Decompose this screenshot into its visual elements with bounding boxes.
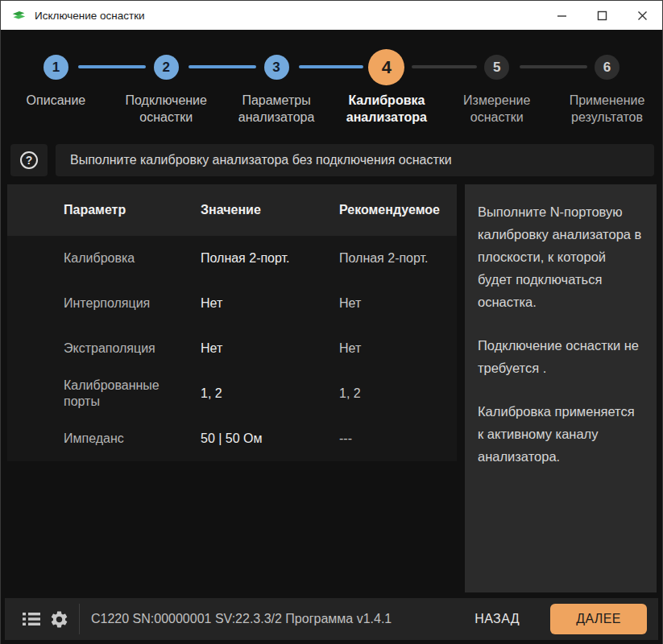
param-value: Полная 2-порт. xyxy=(201,251,339,266)
step-4-analyzer-calibration[interactable]: 4 Калибровка анализатора xyxy=(331,30,441,138)
step-5-label: Измерение оснастки xyxy=(445,92,549,126)
step-3-analyzer-parameters[interactable]: 3 Параметры анализатора xyxy=(222,30,332,138)
table-header-row: Параметр Значение Рекомендуемое xyxy=(7,184,457,236)
param-name: Калиброванные порты xyxy=(64,378,201,410)
window-title: Исключение оснастки xyxy=(35,10,145,22)
wizard-stepper: 1 Описание 2 Подключение оснастки 3 Пара… xyxy=(1,30,662,138)
next-button[interactable]: ДАЛЕЕ xyxy=(550,604,647,634)
header-recommended: Рекомендуемое xyxy=(339,203,457,217)
content-area: 1 Описание 2 Подключение оснастки 3 Пара… xyxy=(1,30,662,644)
app-logo-icon xyxy=(9,6,28,25)
step-2-indicator[interactable]: 2 xyxy=(154,55,179,80)
header-parameter: Параметр xyxy=(64,203,201,217)
param-value: 1, 2 xyxy=(201,386,339,401)
list-button[interactable] xyxy=(18,605,45,633)
close-button[interactable] xyxy=(622,1,662,30)
param-name: Экстраполяция xyxy=(64,341,201,357)
footer-bar: C1220 SN:00000001 SV:22.3.3/2 Программа … xyxy=(5,598,658,640)
step-5-indicator[interactable]: 5 xyxy=(484,55,509,80)
param-name: Импеданс xyxy=(64,431,201,447)
parameters-table: Параметр Значение Рекомендуемое Калибров… xyxy=(7,184,457,461)
step-6-apply-results[interactable]: 6 Применение результатов xyxy=(552,30,662,138)
maximize-button[interactable] xyxy=(582,1,622,30)
step-3-indicator[interactable]: 3 xyxy=(264,55,289,80)
question-icon: ? xyxy=(20,151,38,169)
info-panel: Выполните N-портовую калибровку анализат… xyxy=(465,184,657,592)
step-1-label: Описание xyxy=(27,92,86,109)
step-3-label: Параметры анализатора xyxy=(224,92,329,126)
param-recommended: 1, 2 xyxy=(339,386,457,401)
back-button[interactable]: НАЗАД xyxy=(463,604,531,634)
table-row-impedance: Импеданс 50 | 50 Ом --- xyxy=(7,416,457,461)
table-row-calibrated-ports: Калиброванные порты 1, 2 1, 2 xyxy=(7,371,457,416)
table-row-interpolation: Интерполяция Нет Нет xyxy=(7,281,457,326)
help-button[interactable]: ? xyxy=(10,144,48,176)
param-name: Интерполяция xyxy=(64,295,201,312)
gear-icon xyxy=(49,609,69,630)
help-row: ? Выполните калибровку анализатора без п… xyxy=(10,144,654,176)
param-name: Калибровка xyxy=(64,250,201,266)
app-window: Исключение оснастки 1 Описание xyxy=(0,0,663,644)
info-paragraph-3: Калибровка применяется к активному канал… xyxy=(478,400,644,468)
param-recommended: --- xyxy=(339,431,457,446)
step-6-label: Применение результатов xyxy=(555,92,660,126)
step-1-description[interactable]: 1 Описание xyxy=(1,30,111,138)
step-2-fixture-connection[interactable]: 2 Подключение оснастки xyxy=(111,30,222,138)
settings-button[interactable] xyxy=(45,605,73,633)
param-recommended: Нет xyxy=(339,341,457,356)
step-6-indicator[interactable]: 6 xyxy=(595,55,619,80)
header-value: Значение xyxy=(201,203,339,217)
info-paragraph-1: Выполните N-портовую калибровку анализат… xyxy=(478,200,644,313)
step-5-fixture-measurement[interactable]: 5 Измерение оснастки xyxy=(441,30,552,138)
param-value: 50 | 50 Ом xyxy=(201,431,339,446)
instruction-bar: Выполните калибровку анализатора без под… xyxy=(56,144,654,176)
param-value: Нет xyxy=(201,296,339,311)
step-4-label: Калибровка анализатора xyxy=(334,92,439,126)
param-recommended: Нет xyxy=(339,296,457,311)
list-icon xyxy=(21,609,42,629)
status-text: C1220 SN:00000001 SV:22.3.3/2 Программа … xyxy=(91,612,392,626)
param-recommended: Полная 2-порт. xyxy=(339,251,457,266)
titlebar: Исключение оснастки xyxy=(1,1,662,30)
window-controls xyxy=(541,1,662,30)
step-2-label: Подключение оснастки xyxy=(114,92,218,126)
footer-divider xyxy=(79,604,80,634)
table-row-calibration: Калибровка Полная 2-порт. Полная 2-порт. xyxy=(7,236,457,281)
minimize-button[interactable] xyxy=(541,1,582,30)
info-paragraph-2: Подключение оснастки не требуется . xyxy=(478,334,644,379)
step-1-indicator[interactable]: 1 xyxy=(44,55,68,80)
param-value: Нет xyxy=(201,341,339,356)
main-area: Параметр Значение Рекомендуемое Калибров… xyxy=(7,184,657,592)
table-row-extrapolation: Экстраполяция Нет Нет xyxy=(7,326,457,371)
step-4-indicator[interactable]: 4 xyxy=(368,49,404,85)
